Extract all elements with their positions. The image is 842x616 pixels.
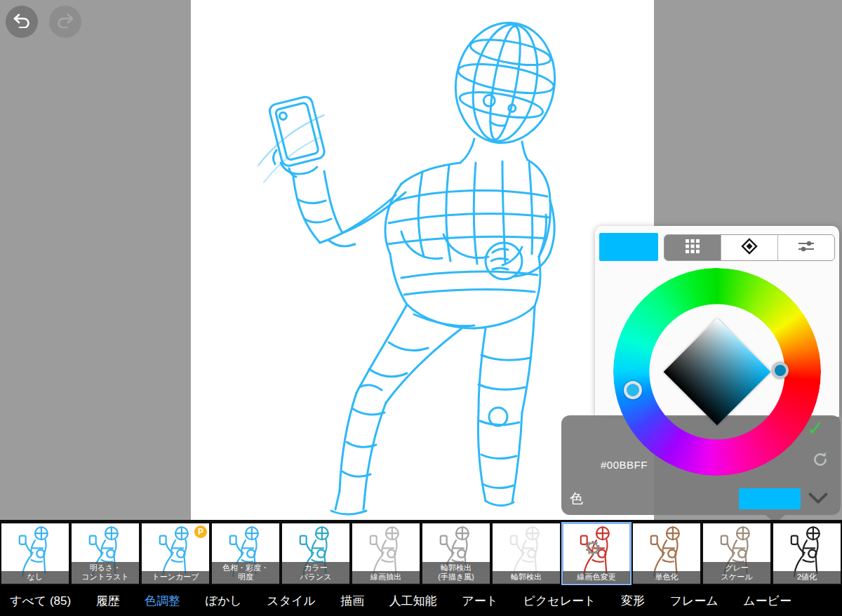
undo-icon [13, 13, 31, 31]
filter-thumb-tone-curve[interactable]: P トーンカーブ [142, 523, 209, 584]
filter-thumb-none[interactable]: なし [1, 523, 69, 584]
filter-label: 輪郭検出 [493, 571, 560, 584]
picker-mode-tabs [664, 234, 835, 261]
sv-handle[interactable] [772, 362, 789, 379]
tab-transform[interactable]: 変形 [621, 593, 645, 609]
tab-palette-grid[interactable] [664, 235, 721, 260]
filter-label: 線画抽出 [352, 571, 420, 584]
tab-history[interactable]: 履歴 [96, 593, 120, 609]
filter-label: カラー バランス [282, 562, 349, 584]
filter-label: 色相・彩度・ 明度 [212, 562, 279, 584]
filter-thumb-edge-handdrawn[interactable]: 輪郭検出 (手描き風) [422, 523, 490, 584]
chevron-down-icon[interactable] [808, 493, 828, 507]
hue-handle[interactable] [624, 381, 642, 399]
premium-badge: P [194, 525, 207, 538]
sliders-icon [797, 240, 815, 255]
filter-label: 輪郭検出 (手描き風) [422, 562, 490, 584]
filter-thumb-lineart-color-change[interactable]: ⚙ 線画色変更 [563, 523, 630, 584]
filter-thumb-brightness-contrast[interactable]: 明るさ・ コントラスト [72, 523, 139, 584]
filter-thumb-monochrome[interactable]: 単色化 [633, 523, 700, 584]
confirm-check-icon[interactable]: ✓ [807, 418, 824, 439]
tab-color-adjust[interactable]: 色調整 [145, 593, 180, 609]
filter-thumb-edge-detect[interactable]: 輪郭検出 [493, 523, 560, 584]
grid-icon [685, 239, 700, 257]
filter-label: 明るさ・ コントラスト [72, 562, 139, 584]
tab-blur[interactable]: ぼかし [206, 593, 242, 609]
current-color-swatch[interactable] [599, 233, 658, 261]
tab-frame[interactable]: フレーム [669, 593, 718, 609]
tab-draw[interactable]: 描画 [340, 593, 364, 609]
reset-color-icon[interactable] [811, 450, 829, 471]
filter-label: なし [1, 571, 69, 584]
filter-label: グレー スケール [703, 562, 770, 584]
filter-thumb-binarize[interactable]: 2値化 [773, 523, 841, 584]
color-wheel[interactable] [613, 268, 821, 476]
gear-icon: ⚙ [584, 539, 601, 558]
tab-movie[interactable]: ムービー [743, 593, 791, 609]
tab-all[interactable]: すべて (85) [10, 593, 71, 609]
tab-ai[interactable]: 人工知能 [389, 593, 437, 609]
category-bar: すべて (85) 履歴 色調整 ぼかし スタイル 描画 人工知能 アート ピクセ… [0, 585, 842, 616]
filter-label: トーンカーブ [142, 571, 209, 584]
diamond-icon [741, 238, 758, 257]
undo-button[interactable] [6, 6, 38, 38]
filter-label: 線画色変更 [563, 571, 630, 584]
tab-style[interactable]: スタイル [267, 593, 316, 609]
redo-button[interactable] [49, 6, 81, 38]
filter-filmstrip: なし 明るさ・ コントラスト P トーンカーブ 色相・彩度・ 明度 カラー バラ… [0, 520, 842, 585]
filter-thumb-color-balance[interactable]: カラー バランス [282, 523, 349, 584]
hex-value: #00BBFF [601, 459, 648, 471]
tab-hsv-diamond[interactable] [721, 235, 778, 260]
filter-thumb-hue-saturation[interactable]: 色相・彩度・ 明度 [212, 523, 279, 584]
tab-sliders[interactable] [778, 235, 834, 260]
tab-pixelate[interactable]: ピクセレート [523, 593, 596, 609]
redo-icon [56, 13, 74, 31]
filter-label: 単色化 [633, 571, 700, 584]
tab-art[interactable]: アート [462, 593, 498, 609]
filter-label: 2値化 [773, 571, 841, 584]
filter-thumb-lineart-extract[interactable]: 線画抽出 [352, 523, 420, 584]
filter-thumb-grayscale[interactable]: グレー スケール [703, 523, 770, 584]
color-dropdown-swatch[interactable] [739, 488, 801, 509]
color-row-label: 色 [570, 490, 583, 508]
